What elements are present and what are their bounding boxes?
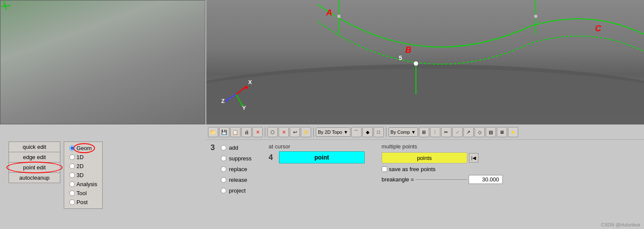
right-viewport[interactable]: A B C 5 X Y Z [206, 0, 644, 124]
radio-tool[interactable]: Tool [68, 189, 99, 198]
release-label[interactable]: release [229, 177, 247, 183]
menu-item-point-edit[interactable]: point edit [9, 163, 60, 173]
radio-2d[interactable]: 2D [68, 162, 99, 171]
tb-btn-line[interactable]: ⟋ [452, 127, 463, 137]
multiple-points-section: multiple points points |◀ save as free p… [382, 143, 503, 184]
tb-btn-shape2[interactable]: ◇ [475, 127, 485, 137]
project-radio[interactable] [221, 188, 226, 193]
left-viewport [0, 0, 205, 124]
breakangle-row: breakangle = 30.000 [382, 175, 503, 184]
breakangle-value[interactable]: 30.000 [469, 175, 503, 184]
radio-post[interactable]: Post [68, 198, 99, 207]
axis-widget: X Y Z [219, 77, 253, 111]
menu-item-edge-edit[interactable]: edge edit [9, 152, 60, 163]
add-label[interactable]: add [229, 145, 238, 151]
tb-btn-5[interactable]: ✕ [252, 127, 263, 137]
geom-label-wrapper: Geom [77, 145, 92, 151]
project-label[interactable]: project [229, 187, 246, 194]
radio-3d[interactable]: 3D [68, 171, 99, 180]
tb-btn-9[interactable]: ⚡ [301, 127, 311, 137]
suppress-radio[interactable] [221, 156, 226, 161]
add-row: 3 add [211, 143, 252, 152]
step3-number: 3 [211, 143, 218, 152]
label-a: A [326, 8, 332, 18]
tb-save-btn[interactable]: 💾 [219, 127, 229, 137]
tb-btn-pen[interactable]: ✏ [441, 127, 451, 137]
svg-point-6 [534, 14, 538, 18]
svg-point-5 [337, 14, 341, 18]
right-panel: A B C 5 X Y Z 📁 💾 📋 [206, 0, 644, 229]
step4-number: 4 [269, 153, 276, 162]
tb-btn-dots[interactable]: ⋮ [430, 127, 440, 137]
nav-first-btn[interactable]: |◀ [469, 153, 478, 163]
break-separator-line [415, 179, 467, 180]
menu-item-quick-edit[interactable]: quick edit [9, 142, 60, 152]
label-c: C [595, 24, 601, 33]
tb-open-btn[interactable]: 📁 [208, 127, 218, 137]
project-row: 3 project [211, 186, 252, 195]
point-input[interactable]: point [279, 151, 365, 163]
svg-point-1 [206, 69, 644, 124]
tb-btn-box[interactable]: □ [374, 127, 384, 137]
tb-btn-arr[interactable]: ↗ [463, 127, 474, 137]
tb-btn-4[interactable]: 🖨 [241, 127, 252, 137]
suppress-row: 3 suppress [211, 154, 252, 163]
save-as-free-checkbox-label[interactable]: save as free points [382, 166, 436, 172]
svg-text:Y: Y [242, 105, 246, 111]
green-line-2 [1, 5, 11, 7]
save-as-free-checkbox[interactable] [382, 166, 387, 172]
points-row: points |◀ [382, 152, 503, 163]
radio-analysis[interactable]: Analysis [68, 180, 99, 189]
bottom-controls: 3 add 3 suppress 3 replace 3 release 3 [206, 140, 644, 229]
by-2d-topo-dropdown[interactable]: By 2D Topo ▼ [316, 127, 350, 137]
release-row: 3 release [211, 175, 252, 184]
svg-text:Z: Z [221, 98, 225, 104]
point-row: 4 point [269, 151, 365, 163]
svg-line-8 [236, 86, 247, 94]
tb-btn-6[interactable]: ⬡ [267, 127, 278, 137]
dropdown2-arrow: ▼ [411, 130, 416, 135]
tb-btn-layout[interactable]: ▤ [486, 127, 496, 137]
add-radio[interactable] [221, 145, 226, 151]
tb-btn-monitor[interactable]: 🖥 [497, 127, 507, 137]
at-cursor-title: at cursor [269, 143, 365, 150]
bottom-left-panel: quick edit edge edit point edit autoclea… [0, 124, 205, 229]
points-input[interactable]: points [382, 152, 467, 163]
radio-1d[interactable]: 1D [68, 153, 99, 162]
toolbar: 📁 💾 📋 🖨 ✕ ⬡ ✕ ↩ ⚡ By 2D Topo ▼ ⌒ ◆ □ By … [206, 124, 644, 140]
suppress-label[interactable]: suppress [229, 155, 252, 162]
svg-text:X: X [248, 79, 252, 85]
multiple-points-title: multiple points [382, 143, 503, 150]
label-5: 5 [399, 54, 402, 61]
viewport-corner-decoration [1, 1, 14, 12]
tb-btn-7[interactable]: ✕ [279, 127, 289, 137]
step3-section: 3 add 3 suppress 3 replace 3 release 3 [211, 143, 252, 195]
svg-point-7 [413, 61, 418, 66]
radio-panel: Geom 1D 2D 3D Analysis To [64, 142, 103, 209]
left-panel: quick edit edge edit point edit autoclea… [0, 0, 205, 229]
tb-btn-curve[interactable]: ⌒ [351, 127, 362, 137]
tb-btn-shape[interactable]: ◆ [362, 127, 373, 137]
replace-radio[interactable] [221, 166, 226, 172]
free-points-row: save as free points [382, 166, 503, 172]
tb-btn-grid[interactable]: ⊞ [419, 127, 429, 137]
release-radio[interactable] [221, 177, 226, 183]
menu-table: quick edit edge edit point edit autoclea… [9, 142, 60, 183]
label-b: B [405, 45, 411, 55]
tb-btn-8[interactable]: ↩ [290, 127, 300, 137]
sep1 [265, 127, 265, 137]
tb-btn-3[interactable]: 📋 [230, 127, 240, 137]
radio-geom[interactable]: Geom [68, 144, 99, 153]
sep3 [386, 127, 386, 137]
tb-btn-star[interactable]: ★ [508, 127, 518, 137]
sep2 [313, 127, 314, 137]
breakangle-label: breakangle = [382, 176, 414, 183]
replace-row: 3 replace [211, 165, 252, 174]
by-comp-dropdown[interactable]: By Comp ▼ [389, 127, 418, 137]
replace-label[interactable]: replace [229, 166, 247, 172]
watermark: CSDN @Hulunbuir [601, 222, 641, 227]
at-cursor-section: at cursor 4 point [269, 143, 365, 163]
geometry-svg [206, 0, 644, 124]
menu-item-autocleanup[interactable]: autocleanup [9, 173, 60, 183]
dropdown1-arrow: ▼ [344, 130, 348, 135]
